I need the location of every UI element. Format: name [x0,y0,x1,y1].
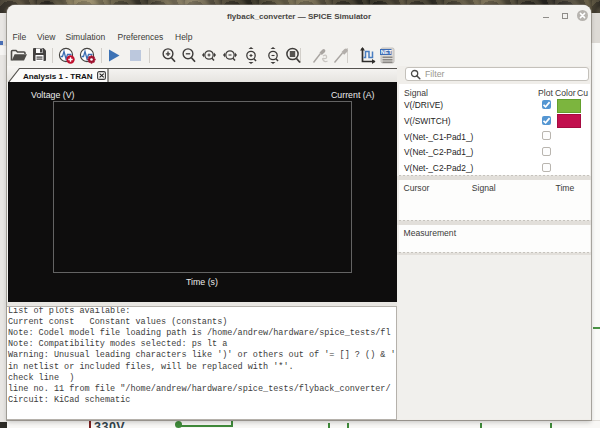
svg-text:Analysis 1 - TRAN: Analysis 1 - TRAN [23,72,93,81]
svg-text:NET: NET [380,49,392,55]
